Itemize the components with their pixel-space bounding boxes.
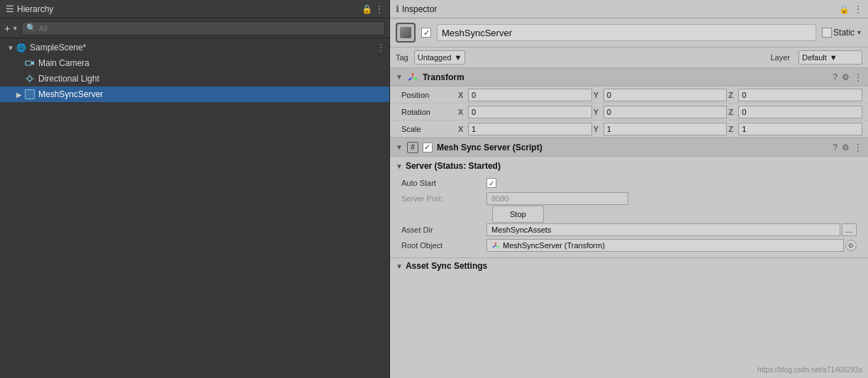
gameobject-enabled-checkbox[interactable]: [421, 28, 431, 38]
scale-xyz: X Y Z: [458, 123, 862, 135]
script-more-icon[interactable]: ⋮: [854, 143, 862, 152]
asset-sync-header: ▼ Asset Sync Settings: [390, 257, 868, 274]
script-hash-icon: #: [407, 142, 418, 153]
position-x-input[interactable]: [468, 89, 592, 101]
gameobject-icon: [396, 23, 416, 43]
scale-y-input[interactable]: [603, 123, 728, 135]
server-port-label: Server Port:: [401, 194, 486, 203]
hierarchy-lock-icon[interactable]: 🔒: [362, 4, 372, 14]
rotation-x-input[interactable]: [468, 106, 592, 118]
scale-z-input[interactable]: [738, 123, 862, 135]
layer-dropdown[interactable]: Default ▼: [799, 50, 862, 65]
hierarchy-title-group: ☰ Hierarchy: [6, 4, 53, 14]
asset-dir-input[interactable]: [486, 223, 840, 236]
hierarchy-panel-title: Hierarchy: [17, 4, 53, 14]
scene-fold-arrow: ▼: [6, 44, 16, 52]
transform-icon: [407, 72, 418, 83]
server-section: ▼ Server (Status: Started) Auto Start Se…: [390, 157, 868, 257]
add-dropdown-arrow: ▼: [12, 25, 18, 32]
light-icon: [24, 73, 35, 84]
rotation-y-input[interactable]: [603, 106, 728, 118]
position-row: Position X Y Z: [390, 87, 868, 104]
rotation-x-field: X: [458, 106, 592, 118]
script-settings-icon[interactable]: ⚙: [842, 143, 850, 152]
scene-context-menu-icon[interactable]: ⋮: [377, 43, 385, 52]
scale-z-letter: Z: [728, 125, 737, 133]
position-y-letter: Y: [594, 91, 602, 99]
asset-sync-fold-arrow[interactable]: ▼: [396, 262, 403, 270]
root-object-value[interactable]: MeshSyncServer (Transform): [486, 239, 844, 252]
script-fold-arrow[interactable]: ▼: [396, 143, 403, 151]
search-box[interactable]: 🔍: [21, 21, 385, 35]
transform-fold-arrow[interactable]: ▼: [396, 73, 403, 81]
svg-marker-1: [31, 61, 34, 65]
script-help-icon[interactable]: ?: [833, 143, 838, 152]
static-checkbox[interactable]: [822, 28, 832, 38]
scale-x-field: X: [458, 123, 592, 135]
transform-more-icon[interactable]: ⋮: [854, 72, 862, 82]
svg-line-12: [496, 245, 499, 248]
gameobject-name-input[interactable]: [437, 24, 816, 41]
transform-title: Transform: [423, 72, 828, 82]
root-object-target-button[interactable]: ⊙: [845, 240, 857, 251]
watermark: https://blog.csdn.net/a71468293a: [757, 366, 862, 374]
script-header: ▼ # Mesh Sync Server (Script) ? ⚙ ⋮: [390, 138, 868, 157]
meshsyncserver-label: MeshSyncServer: [38, 89, 103, 99]
layer-value: Default: [802, 53, 827, 62]
add-icon: +: [4, 22, 11, 34]
hierarchy-panel: ☰ Hierarchy 🔒 ⋮ + ▼ 🔍 ▼ 🌐 SampleScene* ⋮: [0, 0, 390, 378]
search-input[interactable]: [39, 24, 380, 33]
svg-line-13: [493, 245, 496, 248]
server-port-input[interactable]: [486, 192, 628, 205]
transform-help-icon[interactable]: ?: [833, 72, 838, 82]
stop-button[interactable]: Stop: [492, 206, 544, 223]
server-fold-arrow[interactable]: ▼: [396, 162, 403, 170]
position-xyz: X Y Z: [458, 89, 862, 101]
position-y-input[interactable]: [603, 89, 728, 101]
camera-icon: [24, 57, 35, 69]
inspector-panel-title: Inspector: [402, 4, 437, 14]
layer-label: Layer: [770, 53, 790, 62]
hierarchy-meshsyncserver-item[interactable]: ▶ MeshSyncServer: [0, 87, 389, 102]
asset-sync-title: Asset Sync Settings: [406, 261, 487, 271]
static-group: Static ▼: [822, 28, 862, 38]
hierarchy-main-camera-item[interactable]: Main Camera: [0, 55, 389, 71]
main-camera-label: Main Camera: [38, 58, 89, 68]
root-object-text: MeshSyncServer (Transform): [503, 241, 605, 250]
tag-dropdown[interactable]: Untagged ▼: [414, 50, 466, 65]
transform-small-icon: [491, 241, 500, 250]
inspector-lock-icon[interactable]: 🔒: [839, 4, 850, 14]
static-dropdown-arrow[interactable]: ▼: [856, 29, 862, 36]
svg-point-10: [411, 76, 413, 78]
inspector-more-icon[interactable]: ⋮: [854, 4, 862, 14]
hierarchy-scene-item[interactable]: ▼ 🌐 SampleScene* ⋮: [0, 40, 389, 55]
hierarchy-more-icon[interactable]: ⋮: [375, 4, 384, 14]
svg-rect-0: [26, 61, 31, 65]
meshsync-icon: [24, 89, 35, 100]
add-gameobject-button[interactable]: + ▼: [4, 22, 18, 34]
meshsync-fold-arrow: ▶: [14, 91, 24, 99]
server-status-label: Server (Status: Started): [406, 161, 501, 171]
transform-settings-icon[interactable]: ⚙: [842, 72, 850, 82]
position-z-field: Z: [728, 89, 862, 101]
asset-dir-row: Asset Dir …: [396, 222, 862, 238]
auto-start-label: Auto Start: [401, 179, 486, 187]
asset-dir-browse-button[interactable]: …: [842, 223, 857, 236]
rotation-y-field: Y: [594, 106, 728, 118]
directional-light-label: Directional Light: [38, 74, 99, 84]
scale-x-input[interactable]: [468, 123, 592, 135]
position-z-letter: Z: [728, 91, 737, 99]
rotation-z-field: Z: [728, 106, 862, 118]
script-enabled-checkbox[interactable]: [423, 143, 433, 152]
hierarchy-menu-icon[interactable]: ☰: [6, 4, 14, 14]
static-label: Static: [833, 28, 855, 38]
search-icon: 🔍: [26, 23, 36, 33]
script-header-icons: ? ⚙ ⋮: [833, 143, 862, 152]
asset-dir-label: Asset Dir: [401, 226, 486, 234]
inspector-title-group: ℹ Inspector: [396, 4, 437, 14]
transform-header: ▼ Transform ? ⚙ ⋮: [390, 68, 868, 87]
hierarchy-directional-light-item[interactable]: Directional Light: [0, 71, 389, 87]
auto-start-checkbox[interactable]: [486, 178, 496, 188]
position-z-input[interactable]: [738, 89, 862, 101]
rotation-z-input[interactable]: [738, 106, 862, 118]
